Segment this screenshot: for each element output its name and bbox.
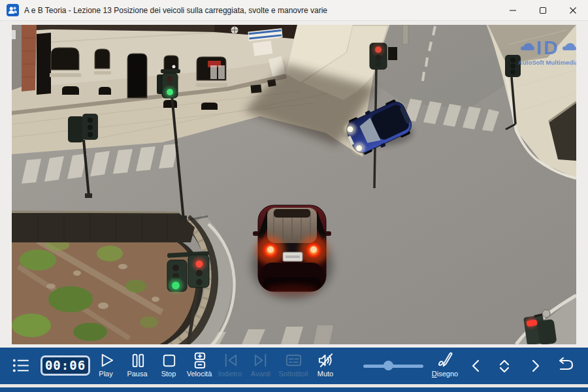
white-panel — [253, 41, 273, 56]
volume-slider[interactable] — [363, 359, 423, 372]
return-arrow-icon — [555, 356, 574, 376]
building-door — [127, 54, 147, 98]
minimize-button[interactable] — [498, 0, 528, 21]
concrete-pole — [402, 25, 408, 44]
list-icon — [12, 357, 29, 374]
next-button[interactable]: Avanti — [242, 351, 279, 383]
mute-icon — [317, 351, 335, 369]
slider-thumb[interactable] — [384, 361, 393, 370]
pause-icon — [129, 351, 146, 369]
expand-button[interactable] — [491, 356, 517, 387]
wall-band-cap — [12, 212, 179, 212]
green-light — [172, 282, 180, 289]
skip-back-icon — [221, 351, 239, 369]
chevron-up-down-icon — [495, 356, 514, 376]
pen-icon — [436, 351, 454, 369]
red-car — [253, 205, 331, 296]
subtitles-icon — [285, 351, 302, 369]
sign-box — [388, 47, 397, 60]
player-toolbar: 00:06 Play Pausa Stop Velocità Indietro — [0, 348, 588, 384]
green-light — [167, 89, 173, 95]
subtitles-button[interactable]: Sottotitoli — [275, 351, 312, 383]
next-slide-button[interactable] — [523, 356, 549, 387]
play-icon — [97, 351, 115, 369]
lesson-viewport: ID AutoSoft Multimedia — [0, 21, 588, 348]
car-silhouette-icon — [563, 46, 576, 50]
watermark-title: ID — [536, 37, 560, 58]
slider-track[interactable] — [363, 365, 423, 368]
timer-value: 00:06 — [45, 358, 86, 372]
timer-display: 00:06 — [41, 355, 90, 376]
close-button[interactable] — [558, 0, 588, 21]
app-window: A e B Teoria - Lezione 13 Posizione dei … — [0, 0, 588, 392]
plus-minus-icon — [191, 351, 208, 369]
stop-icon — [160, 351, 178, 369]
skip-forward-icon — [252, 351, 270, 369]
window-controls — [498, 0, 588, 21]
maximize-icon — [539, 7, 547, 14]
red-light — [375, 46, 382, 53]
window-title: A e B Teoria - Lezione 13 Posizione dei … — [24, 6, 327, 15]
draw-button[interactable]: Disegno — [427, 351, 463, 383]
chevron-left-icon — [466, 356, 485, 376]
minimize-icon — [509, 7, 517, 14]
maximize-button[interactable] — [528, 0, 558, 21]
close-icon — [569, 7, 577, 14]
dark-storefront — [37, 33, 51, 95]
car-silhouette-icon — [521, 46, 534, 50]
red-light — [196, 261, 203, 268]
chapters-button[interactable] — [2, 357, 39, 388]
window-bottom-edge — [0, 387, 588, 392]
brick-pillar — [22, 25, 37, 91]
mute-button[interactable]: Muto — [307, 351, 344, 383]
return-button[interactable] — [551, 356, 578, 387]
chevron-right-icon — [526, 356, 546, 376]
watermark-subtitle: AutoSoft Multimedia — [518, 59, 576, 66]
titlebar: A e B Teoria - Lezione 13 Posizione dei … — [0, 0, 588, 21]
people-icon — [7, 4, 19, 16]
scene-3d-intersection: ID AutoSoft Multimedia — [12, 25, 576, 344]
sunroof — [274, 209, 310, 218]
previous-slide-button[interactable] — [463, 356, 489, 387]
